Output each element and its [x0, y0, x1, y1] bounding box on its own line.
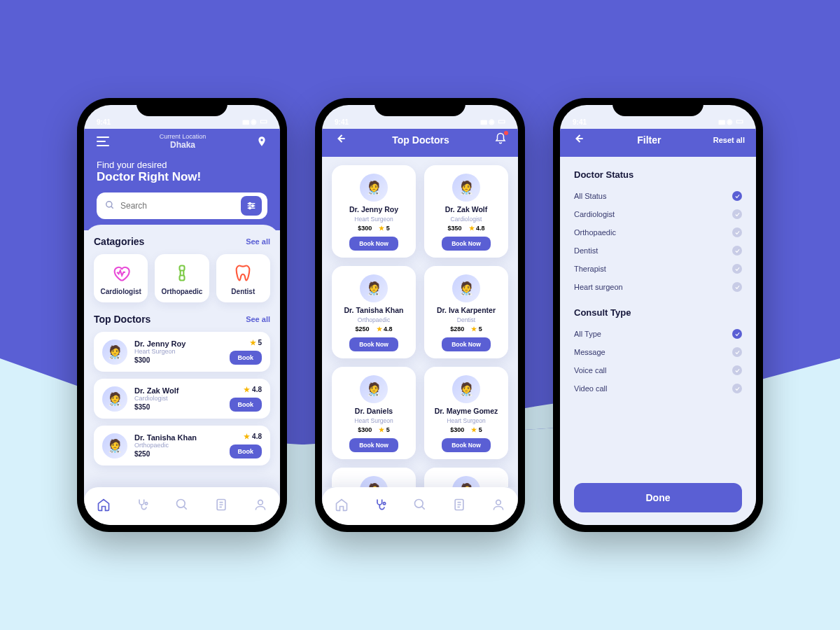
nav-records[interactable] — [452, 498, 466, 514]
tagline-big: Doctor Right Now! — [97, 170, 267, 184]
back-button[interactable] — [333, 132, 347, 148]
filter-option[interactable]: Orthopaedic — [574, 223, 742, 241]
filter-status-options: All Status Cardiologist Orthopaedic Dent… — [574, 187, 742, 296]
filter-button[interactable] — [241, 196, 262, 216]
svg-point-7 — [249, 207, 251, 209]
book-now-button[interactable]: Book Now — [442, 438, 491, 452]
doctor-name: Dr. Tanisha Khan — [134, 433, 223, 442]
reset-button[interactable]: Reset all — [713, 136, 745, 144]
notifications-icon[interactable] — [494, 132, 507, 148]
book-now-button[interactable]: Book Now — [349, 337, 398, 351]
star-icon: ★ — [377, 326, 382, 332]
check-icon — [732, 282, 742, 292]
device-notch — [374, 98, 465, 116]
check-icon — [732, 227, 742, 237]
doctor-card[interactable]: 🧑‍⚕️ Dr. Jhonshon Cardiologist $350 ★ 4.… — [424, 468, 508, 487]
filter-option[interactable]: Cardiologist — [574, 205, 742, 223]
search-bar[interactable] — [97, 192, 267, 219]
svg-point-19 — [383, 503, 385, 505]
filter-option[interactable]: Heart surgeon — [574, 278, 742, 296]
doctor-card[interactable]: 🧑‍⚕️ Dr. Daniels Heart Surgeon $300 ★ 5 … — [332, 367, 416, 459]
check-icon — [732, 191, 742, 201]
doctor-card[interactable]: 🧑‍⚕️ Dr. Tanisha Khan Orthopaedic $250 ★… — [332, 266, 416, 358]
book-now-button[interactable]: Book Now — [442, 237, 491, 251]
doctors-body: 🧑‍⚕️ Dr. Jenny Roy Heart Surgeon $300 ★ … — [322, 157, 518, 487]
category-card[interactable]: Cardiologist — [94, 254, 148, 302]
location-pin-icon[interactable] — [256, 136, 267, 147]
nav-profile[interactable] — [491, 498, 505, 514]
doctor-row[interactable]: 🧑‍⚕️ Dr. Tanisha Khan Orthopaedic $250 ★… — [94, 426, 270, 465]
signal-icon — [242, 118, 248, 125]
svg-point-10 — [145, 503, 147, 505]
doctor-card[interactable]: 🧑‍⚕️ Dr. Jenny Roy Heart Surgeon $300 ★ … — [332, 468, 416, 487]
category-card[interactable]: Orthopaedic — [155, 254, 209, 302]
location-label: Current Location — [160, 133, 206, 140]
phone-doctors: 9:41 Top Doctors 🧑‍⚕️ Dr. — [315, 98, 525, 532]
doctor-card[interactable]: 🧑‍⚕️ Dr. Jenny Roy Heart Surgeon $300 ★ … — [332, 165, 416, 258]
doctor-info: Dr. Jenny Roy Heart Surgeon $300 — [134, 340, 223, 364]
doctor-row[interactable]: 🧑‍⚕️ Dr. Zak Wolf Cardiologist $350 ★ 4.… — [94, 379, 270, 419]
menu-icon[interactable] — [97, 136, 109, 146]
device-notch — [612, 98, 704, 116]
nav-doctors[interactable] — [374, 498, 388, 514]
screen-doctors: 9:41 Top Doctors 🧑‍⚕️ Dr. — [322, 105, 518, 525]
nav-home[interactable] — [97, 498, 111, 514]
notification-badge — [504, 131, 508, 135]
doctor-specialty: Cardiologist — [451, 216, 482, 223]
nav-doctors[interactable] — [136, 498, 150, 514]
nav-home[interactable] — [335, 498, 349, 514]
nav-profile[interactable] — [253, 498, 267, 514]
category-icon — [98, 262, 144, 284]
book-now-button[interactable]: Book Now — [442, 337, 491, 351]
filter-option[interactable]: Message — [574, 343, 742, 361]
filter-option[interactable]: Therapist — [574, 260, 742, 278]
filter-option[interactable]: All Type — [574, 325, 742, 343]
categories-list: Cardiologist Orthopaedic Dentist — [94, 254, 270, 302]
category-card[interactable]: Dentist — [216, 254, 270, 302]
book-button[interactable]: Book — [230, 444, 262, 458]
done-button[interactable]: Done — [574, 483, 742, 512]
doctor-rating: ★ 4.8 — [244, 386, 262, 393]
book-button[interactable]: Book — [230, 398, 262, 412]
top-doctors-see-all[interactable]: See all — [246, 315, 270, 323]
doctor-avatar: 🧑‍⚕️ — [102, 340, 127, 365]
doctor-avatar: 🧑‍⚕️ — [360, 274, 388, 302]
nav-records[interactable] — [214, 498, 228, 514]
doctor-rating: ★ 5 — [379, 225, 390, 232]
star-icon: ★ — [471, 426, 477, 433]
doctor-card[interactable]: 🧑‍⚕️ Dr. Zak Wolf Cardiologist $350 ★ 4.… — [424, 165, 508, 258]
doctors-header: Top Doctors — [322, 129, 518, 157]
home-header: Current Location Dhaka Find your desired… — [84, 129, 280, 230]
categories-see-all[interactable]: See all — [246, 237, 270, 246]
doctor-price: $300 — [358, 426, 372, 433]
book-button[interactable]: Book — [230, 351, 262, 365]
back-button[interactable] — [571, 132, 585, 148]
doctor-avatar: 🧑‍⚕️ — [102, 386, 127, 412]
doctor-card[interactable]: 🧑‍⚕️ Dr. Iva Karpenter Dentist $280 ★ 5 … — [424, 266, 508, 358]
doctor-price: $300 — [134, 356, 223, 364]
filter-option[interactable]: Voice call — [574, 361, 742, 379]
nav-search[interactable] — [175, 498, 189, 514]
doctor-avatar: 🧑‍⚕️ — [452, 375, 480, 403]
screen-home: 9:41 Current Location Dhaka — [84, 105, 280, 525]
doctor-rating: ★ 4.8 — [377, 326, 393, 332]
filter-option[interactable]: Dentist — [574, 241, 742, 260]
filter-header: Filter Reset all — [560, 129, 756, 157]
doctor-row[interactable]: 🧑‍⚕️ Dr. Jenny Roy Heart Surgeon $300 ★ … — [94, 332, 270, 372]
doctor-card[interactable]: 🧑‍⚕️ Dr. Mayme Gomez Heart Surgeon $300 … — [424, 367, 508, 459]
doctor-specialty: Cardiologist — [134, 395, 223, 402]
page-title: Filter — [637, 134, 661, 146]
filter-option[interactable]: All Status — [574, 187, 742, 205]
doctor-price: $350 — [447, 225, 461, 232]
book-now-button[interactable]: Book Now — [349, 237, 398, 251]
book-now-button[interactable]: Book Now — [349, 438, 398, 452]
search-input[interactable] — [120, 201, 235, 211]
nav-search[interactable] — [413, 498, 427, 514]
location-display[interactable]: Current Location Dhaka — [160, 133, 206, 150]
doctor-rating: ★ 5 — [471, 426, 482, 433]
star-icon: ★ — [244, 433, 250, 440]
phone-home: 9:41 Current Location Dhaka — [77, 98, 287, 532]
tagline-small: Find your desired — [97, 160, 267, 170]
filter-option[interactable]: Video call — [574, 379, 742, 398]
check-icon — [732, 209, 742, 219]
